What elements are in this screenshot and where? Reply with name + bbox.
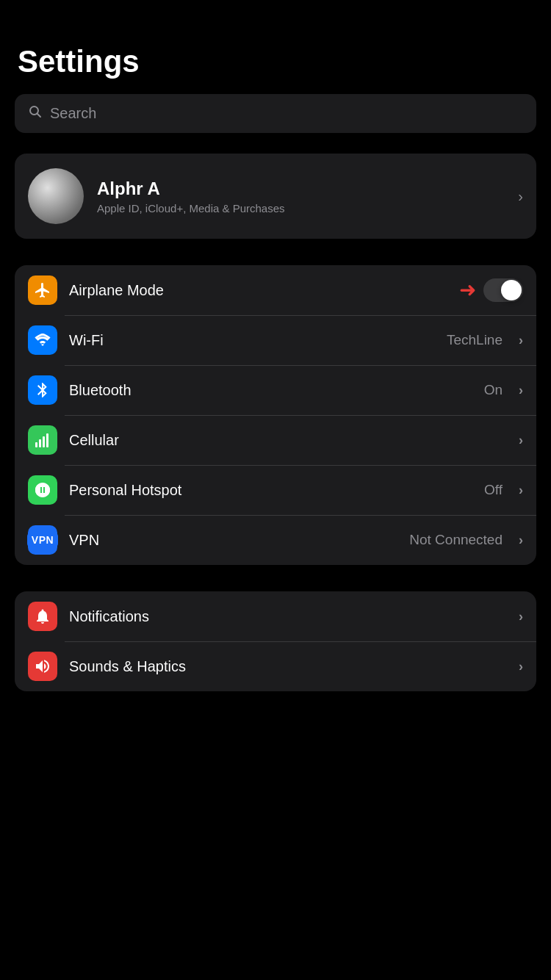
red-arrow-icon: ➜ (459, 280, 476, 300)
sounds-haptics-label: Sounds & Haptics (69, 658, 507, 675)
profile-subtitle: Apple ID, iCloud+, Media & Purchases (97, 202, 505, 215)
airplane-mode-icon-wrap (28, 275, 57, 305)
search-bar[interactable]: Search (15, 94, 536, 133)
settings-row-bluetooth[interactable]: Bluetooth On › (15, 365, 536, 415)
svg-rect-5 (46, 433, 48, 447)
personal-hotspot-label: Personal Hotspot (69, 482, 472, 499)
bluetooth-label: Bluetooth (69, 382, 472, 399)
svg-rect-4 (43, 436, 45, 447)
settings-row-wifi[interactable]: Wi-Fi TechLine › (15, 315, 536, 365)
vpn-icon-wrap: VPN (28, 525, 57, 555)
settings-row-sounds-haptics[interactable]: Sounds & Haptics › (15, 641, 536, 691)
page-title: Settings (15, 44, 536, 79)
settings-row-cellular[interactable]: Cellular › (15, 415, 536, 465)
cellular-icon-wrap (28, 425, 57, 455)
notifications-label: Notifications (69, 608, 507, 625)
airplane-icon (34, 281, 51, 299)
svg-rect-2 (35, 442, 37, 447)
toggle-thumb (501, 280, 522, 300)
search-icon (28, 104, 43, 123)
svg-line-1 (37, 114, 41, 118)
bluetooth-icon (34, 381, 51, 399)
profile-name: Alphr A (97, 179, 505, 199)
settings-page: Settings Search Alphr A Apple ID, iCloud… (0, 0, 551, 740)
bluetooth-value: On (484, 382, 503, 398)
cellular-icon (34, 431, 51, 449)
vpn-label: VPN (69, 532, 397, 549)
wifi-icon (34, 331, 51, 349)
airplane-mode-toggle[interactable] (483, 278, 523, 302)
notifications-group: Notifications › Sounds & Haptics › (15, 591, 536, 691)
cellular-label: Cellular (69, 432, 507, 449)
avatar (28, 168, 84, 224)
personal-hotspot-value: Off (484, 482, 503, 498)
vpn-label-badge: VPN (27, 533, 58, 547)
settings-row-airplane-mode[interactable]: Airplane Mode ➜ (15, 265, 536, 315)
sounds-haptics-chevron: › (519, 659, 523, 674)
hotspot-icon-wrap (28, 475, 57, 505)
settings-row-notifications[interactable]: Notifications › (15, 591, 536, 641)
search-placeholder: Search (50, 105, 96, 122)
svg-rect-3 (39, 439, 41, 447)
bluetooth-chevron: › (519, 383, 523, 398)
wifi-chevron: › (519, 333, 523, 348)
bell-icon (34, 608, 51, 625)
vpn-chevron: › (519, 533, 523, 548)
profile-card[interactable]: Alphr A Apple ID, iCloud+, Media & Purch… (15, 154, 536, 239)
notifications-chevron: › (519, 609, 523, 624)
sounds-icon-wrap (28, 652, 57, 681)
wifi-label: Wi-Fi (69, 332, 435, 349)
wifi-icon-wrap (28, 325, 57, 355)
cellular-chevron: › (519, 433, 523, 448)
hotspot-icon (34, 481, 51, 499)
airplane-mode-label: Airplane Mode (69, 282, 447, 299)
wifi-value: TechLine (447, 332, 503, 348)
bluetooth-icon-wrap (28, 375, 57, 405)
notifications-icon-wrap (28, 602, 57, 631)
profile-info: Alphr A Apple ID, iCloud+, Media & Purch… (97, 179, 505, 215)
personal-hotspot-chevron: › (519, 483, 523, 498)
settings-row-vpn[interactable]: VPN VPN Not Connected › (15, 515, 536, 565)
vpn-value: Not Connected (409, 532, 503, 548)
airplane-mode-toggle-container: ➜ (459, 278, 523, 302)
connectivity-group: Airplane Mode ➜ Wi-Fi TechLine › (15, 265, 536, 565)
settings-row-personal-hotspot[interactable]: Personal Hotspot Off › (15, 465, 536, 515)
profile-chevron: › (518, 188, 523, 205)
sound-icon (34, 657, 51, 675)
